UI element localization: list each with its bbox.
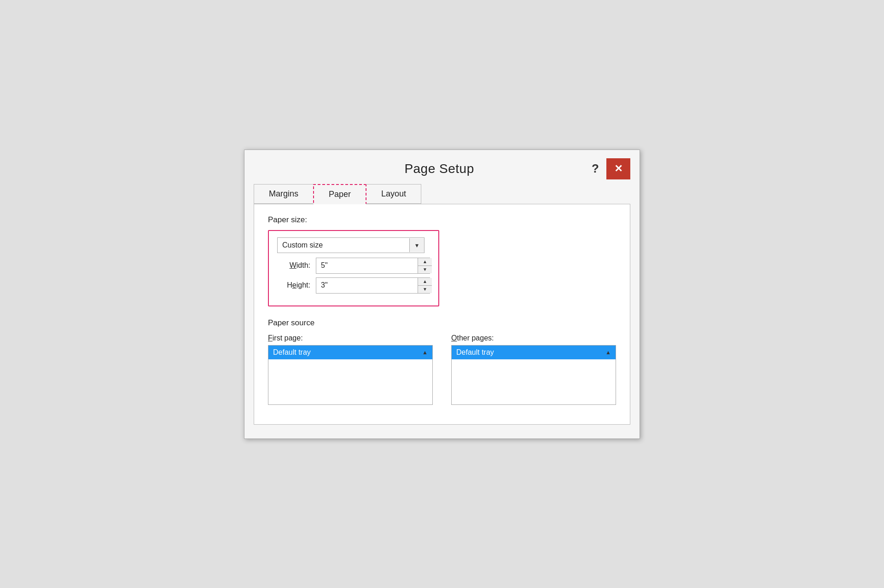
paper-size-dropdown[interactable]: Custom size ▾ — [277, 237, 425, 253]
height-spinner[interactable]: ▲ ▼ — [316, 277, 430, 294]
other-pages-col: Other pages: Default tray ▲ — [451, 334, 616, 405]
height-spin-up[interactable]: ▲ — [418, 278, 432, 286]
tab-margins[interactable]: Margins — [254, 184, 314, 204]
paper-source-label: Paper source — [268, 318, 616, 328]
titlebar: Page Setup ? ✕ — [244, 150, 640, 184]
first-page-scroll-up-icon: ▲ — [422, 349, 428, 356]
tab-paper[interactable]: Paper — [313, 184, 366, 204]
height-spin-down[interactable]: ▼ — [418, 286, 432, 293]
first-page-col: First page: Default tray ▲ — [268, 334, 433, 405]
tab-layout[interactable]: Layout — [366, 184, 421, 204]
paper-size-box: Custom size ▾ Width: ▲ ▼ — [268, 230, 439, 306]
tab-content: Paper size: Custom size ▾ Width: — [254, 204, 630, 425]
dialog-title: Page Setup — [291, 161, 588, 176]
height-spin-buttons: ▲ ▼ — [418, 278, 432, 293]
first-page-selected-item[interactable]: Default tray ▲ — [268, 346, 432, 359]
other-pages-selected-item[interactable]: Default tray ▲ — [452, 346, 616, 359]
width-input[interactable] — [316, 259, 418, 272]
close-button[interactable]: ✕ — [606, 158, 630, 179]
other-pages-scroll-up-icon: ▲ — [605, 349, 611, 356]
first-page-label: First page: — [268, 334, 433, 342]
title-actions: ? ✕ — [588, 158, 630, 179]
width-row: Width: ▲ ▼ — [277, 258, 430, 274]
other-pages-listbox[interactable]: Default tray ▲ — [451, 345, 616, 405]
width-spinner[interactable]: ▲ ▼ — [316, 258, 430, 274]
paper-size-label: Paper size: — [268, 215, 616, 225]
dropdown-text: Custom size — [278, 238, 409, 253]
tabs: Margins Paper Layout — [254, 184, 630, 204]
height-row: Height: ▲ ▼ — [277, 277, 430, 294]
height-label: Height: — [277, 281, 310, 289]
height-input[interactable] — [316, 278, 418, 292]
width-spin-buttons: ▲ ▼ — [418, 258, 432, 273]
help-button[interactable]: ? — [588, 161, 603, 177]
width-label: Width: — [277, 261, 310, 270]
width-spin-up[interactable]: ▲ — [418, 258, 432, 266]
page-setup-dialog: Page Setup ? ✕ Margins Paper Layout Pape… — [244, 150, 640, 439]
dropdown-arrow-icon[interactable]: ▾ — [409, 238, 424, 252]
dialog-body: Margins Paper Layout Paper size: Custom … — [244, 184, 640, 438]
first-page-listbox[interactable]: Default tray ▲ — [268, 345, 433, 405]
width-spin-down[interactable]: ▼ — [418, 266, 432, 273]
source-columns: First page: Default tray ▲ Other pages: — [268, 334, 616, 405]
other-pages-label: Other pages: — [451, 334, 616, 342]
